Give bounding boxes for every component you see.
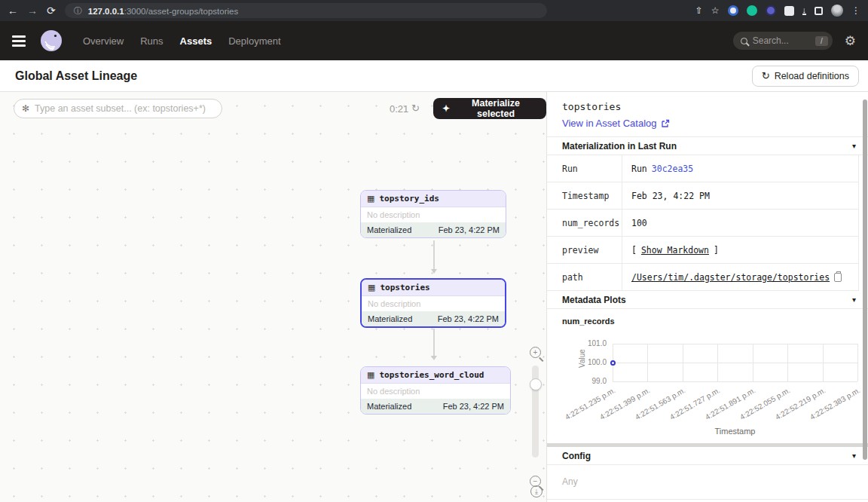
search-input[interactable]: Search... /: [733, 32, 833, 50]
table-grid-icon: ▦: [367, 194, 374, 204]
show-markdown-link[interactable]: Show Markdown: [641, 245, 709, 256]
asset-node-name: topstory_ids: [379, 194, 439, 204]
metadata-row-num-records: num_records 100: [547, 210, 859, 237]
asset-node-name: topstories: [380, 283, 429, 292]
reload-icon: ↻: [762, 70, 770, 81]
asset-node-description: No description: [361, 207, 506, 222]
metadata-row-path: path /Users/tim/.dagster/storage/topstor…: [547, 264, 859, 291]
gridline: [717, 344, 718, 381]
site-info-icon[interactable]: ⓘ: [74, 5, 82, 17]
panel-scrollbar[interactable]: [863, 99, 867, 460]
asset-subset-placeholder: Type an asset subset... (ex: topstories+…: [35, 103, 206, 114]
profile-avatar[interactable]: [831, 5, 843, 17]
gridline: [613, 381, 857, 382]
materialize-icon: ✦: [442, 103, 450, 114]
browser-back-icon[interactable]: ←: [8, 5, 18, 16]
extension-icon-1[interactable]: [728, 5, 738, 16]
metadata-row-run: Run Run 30c2ea35: [547, 155, 859, 182]
edge-arrow: [433, 240, 435, 272]
asset-subset-input[interactable]: ✻ Type an asset subset... (ex: topstorie…: [14, 99, 222, 118]
plot-title: num_records: [547, 309, 868, 326]
table-grid-icon: ▦: [368, 283, 375, 292]
asset-node-topstories-word-cloud[interactable]: ▦ topstories_word_cloud No description M…: [360, 366, 511, 415]
hamburger-menu-icon[interactable]: [12, 35, 26, 47]
y-tick-label: 101.0: [572, 339, 607, 347]
section-materialization-in-last-run[interactable]: Materialization in Last Run ▾: [547, 137, 868, 155]
plot-area: Value Timestamp 99.0100.0101.04:22:51.23…: [613, 344, 857, 381]
address-bar[interactable]: ⓘ 127.0.0.1:3000/asset-groups/topstories: [65, 3, 547, 18]
browser-reload-icon[interactable]: ⟳: [47, 5, 56, 16]
asset-lineage-graph[interactable]: ✻ Type an asset subset... (ex: topstorie…: [0, 92, 546, 502]
gridline: [753, 344, 753, 381]
extension-grammarly-icon[interactable]: [747, 5, 757, 16]
section-metadata-plots[interactable]: Metadata Plots ▾: [547, 291, 868, 309]
search-icon: [741, 38, 747, 44]
section-config[interactable]: Config ▾: [547, 447, 868, 465]
asset-node-description: No description: [361, 384, 510, 399]
app-navbar: Overview Runs Assets Deployment Search..…: [0, 21, 868, 60]
metadata-row-timestamp: Timestamp Feb 23, 4:22 PM: [547, 182, 859, 210]
asset-node-timestamp: Feb 23, 4:22 PM: [438, 314, 499, 323]
asset-node-timestamp: Feb 23, 4:22 PM: [439, 225, 500, 234]
copy-icon[interactable]: [834, 273, 842, 282]
asset-node-status: Materialized: [368, 314, 412, 323]
num-records-chart: Value Timestamp 99.0100.0101.04:22:51.23…: [562, 327, 853, 437]
external-link-icon: [661, 119, 670, 128]
table-grid-icon: ▦: [367, 370, 374, 380]
asset-node-timestamp: Feb 23, 4:22 PM: [443, 402, 504, 411]
gridline: [857, 344, 858, 381]
gridline: [683, 344, 683, 381]
url-host: 127.0.0.1: [88, 7, 124, 16]
zoom-to-fit-icon[interactable]: ⤓: [530, 485, 542, 497]
materialize-selected-button[interactable]: ✦ Materialize selected: [433, 98, 546, 119]
refresh-timer: 0:21: [390, 103, 408, 115]
chevron-down-icon[interactable]: ▾: [852, 451, 856, 460]
browser-chrome: ← → ⟳ ⓘ 127.0.0.1:3000/asset-groups/tops…: [0, 0, 868, 21]
nav-assets[interactable]: Assets: [180, 35, 212, 47]
chevron-down-icon[interactable]: ▾: [852, 142, 856, 150]
selected-asset-title: topstories: [562, 101, 853, 112]
asset-node-status: Materialized: [367, 225, 411, 234]
graph-filter-icon: ✻: [22, 103, 29, 114]
settings-gear-icon[interactable]: ⚙: [845, 33, 856, 49]
reading-mode-icon[interactable]: [815, 7, 823, 15]
page-title: Global Asset Lineage: [15, 69, 137, 83]
reload-definitions-button[interactable]: ↻ Reload definitions: [752, 66, 859, 87]
asset-node-topstories[interactable]: ▦ topstories No description Materialized…: [360, 278, 506, 328]
path-link[interactable]: /Users/tim/.dagster/storage/topstories: [631, 272, 830, 283]
metadata-row-preview: preview [Show Markdown]: [547, 237, 859, 264]
extensions-puzzle-icon[interactable]: [784, 6, 794, 16]
gridline: [787, 344, 788, 381]
downloads-icon[interactable]: ↓: [802, 6, 807, 15]
browser-forward-icon[interactable]: →: [27, 5, 38, 16]
dagster-logo[interactable]: [39, 29, 63, 53]
zoom-slider-handle[interactable]: [530, 378, 542, 390]
chevron-down-icon[interactable]: ▾: [852, 295, 856, 304]
refresh-icon[interactable]: ↻: [411, 103, 420, 114]
config-value: Any: [547, 465, 868, 500]
nav-runs[interactable]: Runs: [140, 35, 163, 47]
search-placeholder: Search...: [753, 35, 810, 46]
gridline: [823, 344, 824, 381]
asset-details-panel: topstories View in Asset Catalog Materia…: [546, 92, 868, 502]
zoom-in-icon[interactable]: +: [530, 347, 541, 358]
asset-node-topstory-ids[interactable]: ▦ topstory_ids No description Materializ…: [360, 190, 506, 238]
asset-node-description: No description: [362, 296, 505, 311]
extension-icon-2[interactable]: [766, 5, 776, 16]
y-tick-label: 99.0: [572, 377, 607, 385]
asset-node-status: Materialized: [367, 402, 411, 411]
page-header: Global Asset Lineage ↻ Reload definition…: [0, 60, 868, 92]
gridline: [613, 344, 857, 344]
share-icon[interactable]: ⇧: [695, 5, 703, 16]
nav-deployment[interactable]: Deployment: [228, 35, 280, 47]
asset-node-name: topstories_word_cloud: [379, 370, 484, 380]
data-point: [610, 360, 616, 366]
view-in-asset-catalog-link[interactable]: View in Asset Catalog: [562, 118, 670, 129]
y-tick-label: 100.0: [572, 358, 607, 366]
nav-overview[interactable]: Overview: [83, 35, 124, 47]
bookmark-star-icon[interactable]: ☆: [711, 5, 720, 16]
browser-menu-icon[interactable]: ⋮: [851, 5, 860, 16]
run-id-link[interactable]: 30c2ea35: [652, 164, 693, 174]
edge-arrow: [433, 329, 435, 359]
url-path: :3000/asset-groups/topstories: [124, 7, 239, 16]
